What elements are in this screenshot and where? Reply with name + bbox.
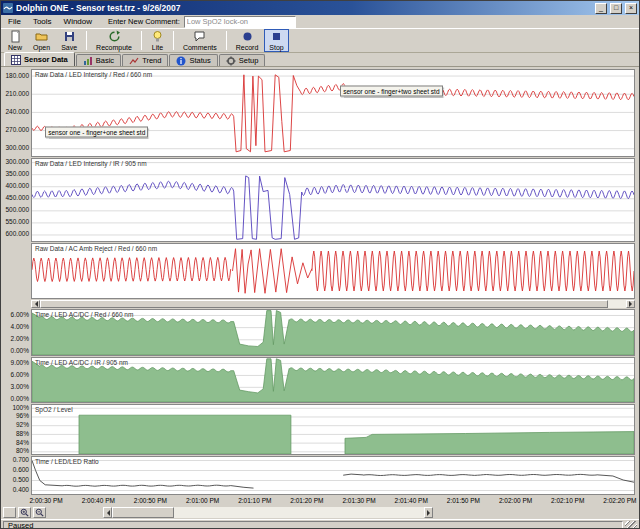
comments-button[interactable]: Comments (178, 29, 222, 52)
zoom-in-icon (20, 508, 29, 517)
panel-title: Raw Data / LED Intensity / IR / 905 nm (35, 160, 147, 167)
chart-panel-ac-amb-reject: Raw Data / AC Amb Reject / Red / 660 nm (1, 243, 635, 299)
chart-ac-amb-reject (32, 244, 634, 298)
trend-chart-icon (129, 56, 139, 66)
toolbar-button-label: New (8, 44, 22, 51)
gear-icon (226, 56, 236, 66)
comment-input[interactable] (184, 16, 296, 28)
y-tick-label: 0.00% (11, 395, 29, 402)
y-tick-label: 400.000 (6, 182, 30, 189)
scrollbar-track[interactable] (40, 300, 626, 308)
plot-ir-led-intensity: Raw Data / LED Intensity / IR / 905 nm (31, 158, 635, 242)
close-icon[interactable]: × (625, 3, 637, 14)
info-icon (176, 56, 186, 66)
panel-title: Raw Data / AC Amb Reject / Red / 660 nm (35, 245, 157, 252)
chart-spo2-level (32, 405, 634, 454)
y-tick-label: 500.000 (6, 206, 30, 213)
y-axis-ir-led-intensity: 300.000350.000400.000450.000500.000550.0… (1, 158, 31, 242)
grid-icon (11, 55, 21, 65)
chart-panel-acdc-ir: 9.00%6.00%3.00%0.00% Time / LED AC/DC / … (1, 357, 635, 403)
tab-label: Status (189, 56, 210, 65)
y-tick-label: 240.000 (6, 108, 30, 115)
tab-status[interactable]: Status (169, 54, 217, 66)
chart-panel-red-led-intensity: 180.000210.000240.000270.000300.000 Raw … (1, 69, 635, 157)
y-tick-label: 3.00% (11, 383, 29, 390)
zoom-in-button[interactable] (18, 507, 31, 518)
scroll-left-arrow[interactable] (103, 507, 112, 518)
y-tick-label: 0.500 (13, 476, 29, 483)
y-tick-label: 84% (16, 439, 29, 446)
panel-title: Raw Data / LED Intensity / Red / 660 nm (35, 71, 152, 78)
scrollbar-thumb[interactable] (112, 507, 174, 518)
scrollbar-track[interactable] (112, 507, 424, 518)
menu-window[interactable]: Window (58, 16, 98, 27)
open-button[interactable]: Open (28, 29, 55, 52)
minimize-icon[interactable]: _ (595, 3, 607, 14)
chart-led-ratio (32, 457, 634, 494)
lite-icon (151, 30, 164, 43)
stop-button[interactable]: Stop (264, 29, 288, 52)
y-tick-label: 6.00% (11, 311, 29, 318)
toolbar-button-label: Save (61, 44, 77, 51)
new-document-icon (9, 30, 22, 43)
scroll-right-arrow[interactable] (424, 507, 433, 518)
stop-icon (270, 30, 283, 43)
y-tick-label: 92% (16, 421, 29, 428)
tab-basic[interactable]: Basic (76, 54, 121, 66)
bottom-h-scrollbar[interactable] (103, 507, 433, 518)
tab-trend[interactable]: Trend (122, 54, 168, 66)
scrollbar-thumb[interactable] (40, 300, 608, 308)
pan-button[interactable] (3, 507, 16, 518)
chart-stack: 180.000210.000240.000270.000300.000 Raw … (1, 67, 639, 506)
y-tick-label: 96% (16, 412, 29, 419)
plot-ac-amb-reject: Raw Data / AC Amb Reject / Red / 660 nm (31, 243, 635, 299)
menu-bar: File Tools Window Enter New Comment: (1, 15, 639, 28)
save-button[interactable]: Save (56, 29, 82, 52)
toolbar-button-label: Lite (152, 44, 163, 51)
y-axis-led-ratio: 0.7000.6000.5000.400 (1, 456, 31, 495)
y-tick-label: 350.000 (6, 170, 30, 177)
time-tick: 2:02:00 PM (499, 497, 532, 504)
panel-title: Time / LED AC/DC / IR / 905 nm (35, 359, 128, 366)
comments-icon (193, 30, 206, 43)
time-tick: 2:01:20 PM (290, 497, 323, 504)
recompute-button[interactable]: Recompute (91, 29, 137, 52)
time-tick: 2:02:20 PM (603, 497, 636, 504)
chart-h-scrollbar[interactable] (31, 300, 635, 308)
y-axis-ac-amb-reject (1, 243, 31, 299)
zoom-out-icon (35, 508, 44, 517)
toolbar-button-label: Stop (269, 44, 283, 51)
time-tick: 2:02:10 PM (551, 497, 584, 504)
chart-panel-led-ratio: 0.7000.6000.5000.400 Time / LED/LED Rati… (1, 456, 635, 495)
scroll-right-arrow[interactable] (626, 300, 635, 308)
new-button[interactable]: New (3, 29, 27, 52)
tab-setup[interactable]: Setup (219, 54, 266, 66)
toolbar-button-label: Recompute (96, 44, 132, 51)
chart-red-led-intensity (32, 70, 634, 156)
y-tick-label: 0.600 (13, 466, 29, 473)
tab-label: Basic (96, 56, 114, 65)
menu-file[interactable]: File (2, 16, 27, 27)
scroll-left-arrow[interactable] (31, 300, 40, 308)
y-tick-label: 270.000 (6, 126, 30, 133)
y-tick-label: 210.000 (6, 90, 30, 97)
time-axis: 2:00:30 PM 2:00:40 PM 2:00:50 PM 2:01:00… (31, 496, 635, 506)
y-tick-label: 600.000 (6, 230, 30, 237)
tab-sensor-data[interactable]: Sensor Data (4, 52, 75, 66)
chart-panel-ir-led-intensity: 300.000350.000400.000450.000500.000550.0… (1, 158, 635, 242)
y-tick-label: 6.00% (11, 371, 29, 378)
y-tick-label: 100% (12, 404, 29, 411)
maximize-icon[interactable]: □ (610, 3, 622, 14)
tab-bar: Sensor Data Basic Trend Status Setup (1, 53, 639, 67)
zoom-out-button[interactable] (33, 507, 46, 518)
y-tick-label: 0.400 (13, 486, 29, 493)
time-tick: 2:01:40 PM (395, 497, 428, 504)
time-tick: 2:01:10 PM (238, 497, 271, 504)
menu-tools[interactable]: Tools (27, 16, 58, 27)
lite-button[interactable]: Lite (146, 29, 169, 52)
panel-title: SpO2 / Level (35, 406, 73, 413)
time-tick: 2:00:50 PM (134, 497, 167, 504)
y-axis-spo2-level: 100%96%92%88%84%80% (1, 404, 31, 455)
resize-grip[interactable] (625, 521, 637, 529)
record-button[interactable]: Record (231, 29, 264, 52)
